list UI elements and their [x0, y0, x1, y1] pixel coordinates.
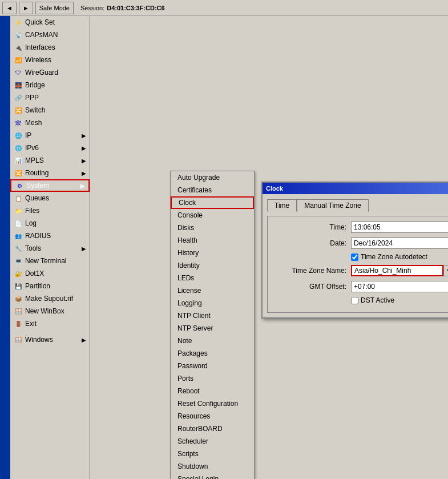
submenu-item-password[interactable]: Password: [171, 360, 254, 372]
tab-manual-time-zone[interactable]: Manual Time Zone: [297, 199, 368, 212]
submenu-item-reset-configuration[interactable]: Reset Configuration: [171, 397, 254, 410]
time-label: Time:: [272, 223, 346, 231]
tools-arrow: ▶: [82, 245, 86, 252]
submenu-item-scheduler[interactable]: Scheduler: [171, 435, 254, 448]
submenu-item-shutdown[interactable]: Shutdown: [171, 460, 254, 473]
submenu-item-disks[interactable]: Disks: [171, 222, 254, 234]
sidebar-item-wireguard[interactable]: 🛡 WireGuard: [10, 66, 90, 79]
sidebar-item-quick-set[interactable]: ⚡ Quick Set: [10, 16, 90, 29]
gmt-offset-label: GMT Offset:: [272, 283, 346, 291]
sidebar-item-bridge[interactable]: 🌉 Bridge: [10, 79, 90, 91]
autodetect-label: Time Zone Autodetect: [361, 253, 427, 261]
submenu-item-note[interactable]: Note: [171, 335, 254, 347]
sidebar-item-label: Dot1X: [25, 269, 44, 277]
sidebar-item-make-supout[interactable]: 📦 Make Supout.rif: [10, 292, 90, 305]
sidebar-item-label: IP: [25, 131, 31, 139]
submenu-item-routerboard[interactable]: RouterBOARD: [171, 422, 254, 435]
sidebar-item-ppp[interactable]: 🔗 PPP: [10, 91, 90, 104]
submenu-item-certificates[interactable]: Certificates: [171, 184, 254, 196]
system-icon: ⚙: [15, 181, 24, 190]
sidebar-item-label: RADIUS: [25, 232, 51, 240]
ip-arrow: ▶: [82, 132, 86, 139]
interfaces-icon: 🔌: [14, 43, 23, 52]
quick-set-icon: ⚡: [14, 18, 23, 27]
gmt-offset-row: GMT Offset:: [272, 280, 448, 293]
tab-content: Time: Date: Time Zone Autodetect: [267, 216, 448, 313]
sidebar-item-label: Windows: [25, 336, 53, 344]
sidebar-item-mpls[interactable]: 📊 MPLS ▶: [10, 154, 90, 167]
sidebar-item-interfaces[interactable]: 🔌 Interfaces: [10, 41, 90, 54]
timezone-name-input[interactable]: [351, 265, 443, 276]
sidebar-item-ip[interactable]: 🌐 IP ▶: [10, 129, 90, 142]
submenu-item-ntp-client[interactable]: NTP Client: [171, 309, 254, 322]
sidebar-item-label: System: [26, 182, 49, 190]
mesh-icon: 🕸: [14, 118, 23, 127]
winbox-icon: 🪟: [14, 307, 23, 316]
supout-icon: 📦: [14, 294, 23, 303]
timezone-dropdown-button[interactable]: ▼: [443, 265, 448, 276]
wireguard-icon: 🛡: [14, 68, 23, 77]
radius-icon: 👥: [14, 231, 23, 240]
ipv6-arrow: ▶: [82, 145, 86, 151]
submenu-item-health[interactable]: Health: [171, 234, 254, 247]
sidebar-item-routing[interactable]: 🔀 Routing ▶: [10, 167, 90, 179]
date-label: Date:: [272, 239, 346, 247]
time-input[interactable]: [351, 222, 448, 233]
sidebar-item-partition[interactable]: 💾 Partition: [10, 280, 90, 292]
gmt-offset-input[interactable]: [351, 281, 448, 292]
sidebar-item-switch[interactable]: 🔀 Switch: [10, 104, 90, 116]
submenu-item-packages[interactable]: Packages: [171, 347, 254, 360]
submenu-item-scripts[interactable]: Scripts: [171, 448, 254, 460]
back-button[interactable]: ◄: [2, 2, 17, 14]
forward-button[interactable]: ►: [19, 2, 33, 14]
sidebar-item-label: IPv6: [25, 144, 39, 152]
sidebar-item-label: PPP: [25, 94, 39, 102]
sidebar-item-capsman[interactable]: 📡 CAPsMAN: [10, 29, 90, 41]
sidebar-item-system[interactable]: ⚙ System ▶: [10, 179, 90, 192]
autodetect-checkbox[interactable]: [351, 253, 358, 261]
sidebar-item-label: Tools: [25, 244, 41, 252]
sidebar-item-label: WireGuard: [25, 69, 58, 77]
submenu-item-ports[interactable]: Ports: [171, 372, 254, 385]
submenu-item-special-login[interactable]: Special Login: [171, 473, 254, 479]
tab-time[interactable]: Time: [267, 199, 297, 212]
submenu-item-auto-upgrade[interactable]: Auto Upgrade: [171, 171, 254, 184]
sidebar-item-queues[interactable]: 📋 Queues: [10, 192, 90, 204]
routing-icon: 🔀: [14, 168, 23, 178]
submenu-item-identity[interactable]: Identity: [171, 259, 254, 272]
submenu-item-clock[interactable]: Clock: [171, 196, 254, 209]
submenu-item-history[interactable]: History: [171, 247, 254, 259]
sidebar-item-tools[interactable]: 🔧 Tools ▶: [10, 242, 90, 255]
timezone-select-wrapper: ▼: [351, 265, 448, 276]
submenu-item-reboot[interactable]: Reboot: [171, 385, 254, 397]
dialog-content: Time Manual Time Zone Time: Date:: [263, 194, 448, 317]
sidebar-item-dot1x[interactable]: 🔐 Dot1X: [10, 267, 90, 280]
safe-mode-button[interactable]: Safe Mode: [35, 2, 74, 14]
session-value: D4:01:C3:3F:CD:C6: [107, 5, 164, 11]
sidebar-item-new-terminal[interactable]: 💻 New Terminal: [10, 255, 90, 267]
submenu-item-license[interactable]: License: [171, 284, 254, 297]
sidebar-item-mesh[interactable]: 🕸 Mesh: [10, 116, 90, 129]
date-input[interactable]: [351, 238, 448, 249]
sidebar-item-label: New WinBox: [25, 307, 64, 315]
dst-checkbox[interactable]: [351, 297, 358, 304]
sidebar-item-wireless[interactable]: 📶 Wireless: [10, 54, 90, 66]
sidebar-item-windows[interactable]: 🪟 Windows ▶: [10, 333, 90, 346]
sidebar-item-radius[interactable]: 👥 RADIUS: [10, 230, 90, 242]
dialog-tabs: Time Manual Time Zone: [267, 199, 448, 211]
sidebar-item-new-winbox[interactable]: 🪟 New WinBox: [10, 305, 90, 317]
sidebar-item-exit[interactable]: 🚪 Exit: [10, 317, 90, 330]
sidebar-item-files[interactable]: 📁 Files: [10, 204, 90, 217]
submenu-item-leds[interactable]: LEDs: [171, 272, 254, 284]
clock-dialog: Clock 🗗 ✕ Time Manual Time Zone: [261, 182, 448, 319]
submenu-item-ntp-server[interactable]: NTP Server: [171, 322, 254, 335]
sidebar-item-label: Make Supout.rif: [25, 295, 73, 303]
submenu-item-resources[interactable]: Resources: [171, 410, 254, 422]
submenu-item-logging[interactable]: Logging: [171, 297, 254, 309]
wireless-icon: 📶: [14, 55, 23, 65]
sidebar-item-log[interactable]: 📄 Log: [10, 217, 90, 230]
switch-icon: 🔀: [14, 106, 23, 115]
exit-icon: 🚪: [14, 319, 23, 328]
submenu-item-console[interactable]: Console: [171, 209, 254, 222]
sidebar-item-ipv6[interactable]: 🌐 IPv6 ▶: [10, 142, 90, 154]
